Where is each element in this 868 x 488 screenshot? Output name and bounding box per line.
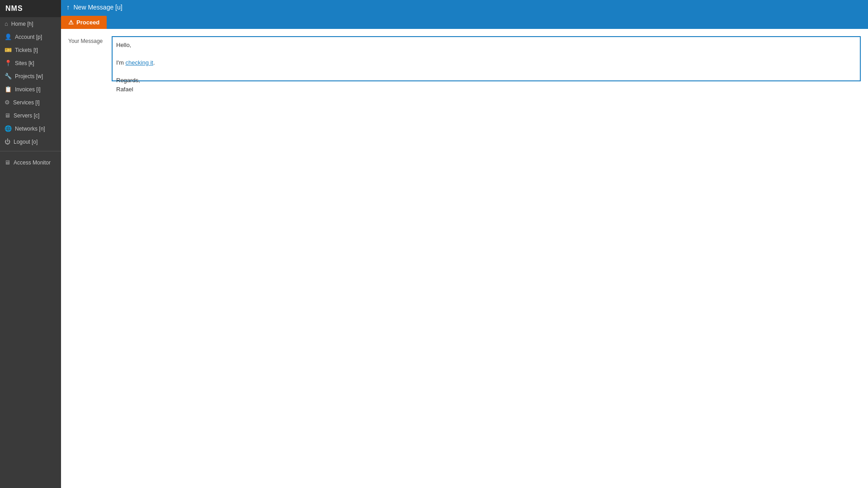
sidebar-item-label: Logout [o] xyxy=(14,139,38,145)
topbar-label: New Message [u] xyxy=(74,4,123,11)
networks-icon: 🌐 xyxy=(5,125,12,132)
main-content: ↑ New Message [u] ⚠ Proceed Your Message… xyxy=(61,0,868,488)
sidebar-item-servers[interactable]: 🖥 Servers [c] xyxy=(0,109,61,122)
account-icon: 👤 xyxy=(5,33,12,40)
message-link: checking it xyxy=(126,59,153,66)
actionbar: ⚠ Proceed xyxy=(61,14,868,29)
proceed-label: Proceed xyxy=(76,19,99,26)
sidebar-item-networks[interactable]: 🌐 Networks [n] xyxy=(0,122,61,135)
sidebar-item-services[interactable]: ⚙ Services [l] xyxy=(0,96,61,109)
sidebar-item-label: Sites [k] xyxy=(15,60,34,66)
tickets-icon: 🎫 xyxy=(5,47,12,53)
message-line1: Hello, xyxy=(116,42,131,48)
topbar: ↑ New Message [u] xyxy=(61,0,868,14)
sidebar-item-label: Access Monitor xyxy=(14,160,51,166)
invoices-icon: 📋 xyxy=(5,86,12,93)
message-line3-suffix: . xyxy=(153,59,155,66)
message-line3-prefix: I'm xyxy=(116,59,126,66)
sidebar-item-label: Home [h] xyxy=(11,21,33,27)
sidebar-item-sites[interactable]: 📍 Sites [k] xyxy=(0,56,61,70)
warning-icon: ⚠ xyxy=(68,19,74,26)
message-display[interactable]: Hello, I'm checking it. Regards, Rafael xyxy=(112,36,861,81)
app-title: NMS xyxy=(0,0,61,17)
logout-icon: ⏻ xyxy=(5,138,10,145)
upload-icon: ↑ xyxy=(66,3,70,11)
sidebar-item-label: Networks [n] xyxy=(15,126,45,132)
sidebar: NMS ⌂ Home [h] 👤 Account [p] 🎫 Tickets [… xyxy=(0,0,61,488)
sites-icon: 📍 xyxy=(5,60,12,66)
sidebar-item-label: Services [l] xyxy=(13,99,40,106)
sidebar-item-logout[interactable]: ⏻ Logout [o] xyxy=(0,135,61,148)
access-monitor-icon: 🖥 xyxy=(5,159,10,166)
sidebar-item-invoices[interactable]: 📋 Invoices [i] xyxy=(0,83,61,96)
sidebar-item-access-monitor[interactable]: 🖥 Access Monitor xyxy=(0,156,61,169)
sidebar-item-home[interactable]: ⌂ Home [h] xyxy=(0,17,61,30)
message-line5: Regards, xyxy=(116,77,140,84)
home-icon: ⌂ xyxy=(5,20,8,27)
sidebar-item-label: Tickets [t] xyxy=(15,47,38,53)
message-line6: Rafael xyxy=(116,86,133,93)
proceed-button[interactable]: ⚠ Proceed xyxy=(61,16,107,29)
sidebar-item-label: Servers [c] xyxy=(14,113,39,119)
content-area: Your Message Hello, I'm checking it. Reg… xyxy=(61,29,868,488)
sidebar-item-label: Account [p] xyxy=(15,34,42,40)
sidebar-item-projects[interactable]: 🔧 Projects [w] xyxy=(0,70,61,83)
sidebar-item-tickets[interactable]: 🎫 Tickets [t] xyxy=(0,43,61,56)
sidebar-item-label: Invoices [i] xyxy=(15,86,41,93)
sidebar-divider xyxy=(0,151,61,151)
sidebar-item-label: Projects [w] xyxy=(15,73,43,80)
message-label: Your Message xyxy=(68,36,104,481)
servers-icon: 🖥 xyxy=(5,112,10,119)
services-icon: ⚙ xyxy=(5,99,10,106)
projects-icon: 🔧 xyxy=(5,73,12,80)
sidebar-item-account[interactable]: 👤 Account [p] xyxy=(0,30,61,43)
